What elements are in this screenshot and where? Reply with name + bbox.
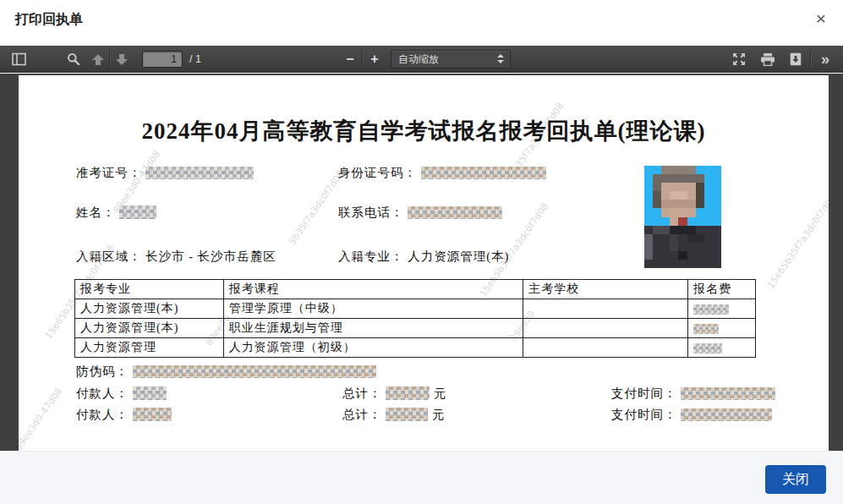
total-unit: 元 xyxy=(432,408,446,421)
payer-field-2: 付款人： xyxy=(76,407,172,423)
total-unit: 元 xyxy=(434,386,447,400)
cell-major: 人力资源管理(本) xyxy=(75,299,224,319)
cell-school xyxy=(523,299,688,319)
zoom-level-value: 自动缩放 xyxy=(398,52,439,67)
download-icon[interactable] xyxy=(785,46,807,73)
name-field: 姓名： xyxy=(76,205,156,221)
toolbar-separator xyxy=(810,52,811,67)
page-number-input[interactable] xyxy=(142,51,183,68)
payer-label: 付款人： xyxy=(76,386,129,400)
watermark-text: 15e65b35f7a3dc0f7d08 xyxy=(765,193,829,291)
toolbar-separator xyxy=(362,52,363,67)
watermark-text: 89ee3d0-47d08 xyxy=(19,386,64,451)
phone-label: 联系电话： xyxy=(338,205,404,219)
col-course: 报考课程 xyxy=(223,280,523,299)
total-field-2: 总计： 元 xyxy=(342,407,445,423)
pay-time-field-2: 支付时间： xyxy=(611,407,772,423)
cell-course: 管理学原理（中级） xyxy=(223,299,523,319)
watermark-text: 5b35f7a3dc0f7d08 xyxy=(287,168,347,247)
total-label: 总计： xyxy=(342,408,382,421)
dialog-title: 打印回执单 xyxy=(15,11,83,29)
pay-time-field-1: 支付时间： xyxy=(611,386,775,402)
fee-redacted-value xyxy=(693,343,722,353)
pdf-viewer-area[interactable]: 15e65b35f7a3dc0f7d08 89ee3d0-47d08 5b35f… xyxy=(0,74,843,451)
fee-redacted-value xyxy=(693,324,719,334)
table-header-row: 报考专业 报考课程 主考学校 报名费 xyxy=(75,280,756,299)
pdf-page: 15e65b35f7a3dc0f7d08 89ee3d0-47d08 5b35f… xyxy=(19,75,829,451)
major-field: 入籍专业： 人力资源管理(本) xyxy=(338,249,509,265)
major-value: 人力资源管理(本) xyxy=(408,249,509,263)
table-row: 人力资源管理(本) 管理学原理（中级） xyxy=(75,299,756,319)
table-row: 人力资源管理(本) 职业生涯规划与管理 xyxy=(75,319,756,338)
fee-redacted-value xyxy=(693,304,729,315)
col-major: 报考专业 xyxy=(75,280,224,299)
chevron-updown-icon xyxy=(497,54,504,63)
search-icon[interactable] xyxy=(63,46,85,73)
total-label: 总计： xyxy=(342,386,382,400)
zoom-level-select[interactable]: 自动缩放 xyxy=(391,50,511,68)
page-count-label: / 1 xyxy=(189,53,201,65)
total-redacted-value xyxy=(386,408,428,421)
dialog-header: 打印回执单 × xyxy=(0,0,843,46)
pay-time-redacted-value xyxy=(681,387,775,400)
anticounterfeit-label: 防伪码： xyxy=(76,364,129,378)
toolbar-separator xyxy=(109,52,110,67)
id-no-field: 身份证号码： xyxy=(338,165,546,181)
exam-no-redacted-value xyxy=(145,167,254,179)
pay-time-label: 支付时间： xyxy=(611,386,677,400)
anticounterfeit-redacted-value xyxy=(133,365,376,378)
course-table: 报考专业 报考课程 主考学校 报名费 人力资源管理(本) 管理学原理（中级） 人… xyxy=(74,279,756,358)
presentation-mode-icon[interactable] xyxy=(728,46,750,73)
dialog-footer: 关闭 xyxy=(0,451,843,504)
print-icon[interactable] xyxy=(757,46,779,73)
pay-time-redacted-value xyxy=(681,408,772,421)
anticounterfeit-field: 防伪码： xyxy=(76,364,376,380)
zoom-in-icon[interactable]: + xyxy=(364,46,385,73)
id-no-label: 身份证号码： xyxy=(338,166,417,179)
candidate-photo xyxy=(644,166,721,268)
payer-field-1: 付款人： xyxy=(76,386,167,402)
previous-page-icon[interactable] xyxy=(88,46,108,73)
total-field-1: 总计： 元 xyxy=(342,386,446,402)
cell-school xyxy=(523,338,688,358)
col-fee: 报名费 xyxy=(688,280,756,299)
exam-no-label: 准考证号： xyxy=(76,166,142,179)
cell-course: 职业生涯规划与管理 xyxy=(223,319,523,338)
pdf-toolbar: / 1 − + 自动缩放 » xyxy=(0,46,843,73)
region-field: 入籍区域： 长沙市 - 长沙市岳麓区 xyxy=(76,249,276,265)
id-no-redacted-value xyxy=(421,167,546,179)
close-icon[interactable]: × xyxy=(809,7,833,30)
pay-time-label: 支付时间： xyxy=(611,408,677,421)
exam-no-field: 准考证号： xyxy=(76,165,254,181)
name-redacted-value xyxy=(119,205,156,219)
phone-field: 联系电话： xyxy=(338,205,502,221)
phone-redacted-value xyxy=(408,206,502,219)
print-receipt-dialog: 打印回执单 × / 1 − + 自动缩放 xyxy=(0,0,843,504)
zoom-out-icon[interactable]: − xyxy=(340,46,360,73)
total-redacted-value xyxy=(386,386,430,400)
region-label: 入籍区域： xyxy=(76,249,142,263)
name-label: 姓名： xyxy=(76,205,116,219)
cell-fee xyxy=(688,338,756,358)
region-value: 长沙市 - 长沙市岳麓区 xyxy=(145,249,276,263)
cell-fee xyxy=(688,299,756,319)
payer-label: 付款人： xyxy=(76,408,129,421)
payer-redacted-value xyxy=(133,408,172,421)
table-row: 人力资源管理 人力资源管理（初级） xyxy=(75,338,756,358)
cell-major: 人力资源管理(本) xyxy=(75,319,224,338)
cell-major: 人力资源管理 xyxy=(75,338,224,358)
cell-course: 人力资源管理（初级） xyxy=(223,338,523,358)
more-tools-icon[interactable]: » xyxy=(813,46,837,73)
col-school: 主考学校 xyxy=(523,280,688,299)
major-label: 入籍专业： xyxy=(338,249,404,263)
cell-school xyxy=(523,319,688,338)
sidebar-toggle-icon[interactable] xyxy=(7,46,30,73)
payer-redacted-value xyxy=(133,386,167,400)
cell-fee xyxy=(688,319,756,338)
next-page-icon[interactable] xyxy=(112,46,132,73)
close-button[interactable]: 关闭 xyxy=(765,465,826,494)
receipt-title: 2024年04月高等教育自学考试报名报考回执单(理论课) xyxy=(19,116,829,146)
